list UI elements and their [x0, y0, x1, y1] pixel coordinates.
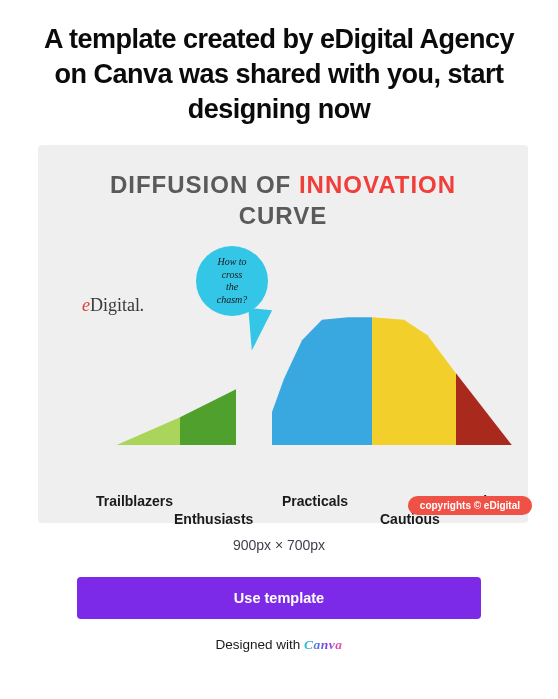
segment-practicals: [272, 317, 372, 445]
designed-with: Designed with Canva: [38, 637, 520, 653]
copyright-badge: copyrights © eDigital: [408, 496, 532, 515]
segment-trailblazers: [116, 417, 180, 445]
label-practicals: Practicals: [282, 493, 348, 509]
chart-title-accent: INNOVATION: [299, 171, 456, 198]
template-preview: DIFFUSION OF INNOVATION CURVE eDigital. …: [38, 145, 528, 523]
segment-enthusiasts: [180, 389, 236, 445]
brand-logo: eDigital.: [82, 295, 145, 316]
bubble-text: How to cross the chasm?: [217, 256, 248, 306]
brand-rest: Digital: [90, 295, 140, 315]
brand-prefix: e: [82, 295, 90, 315]
use-template-button[interactable]: Use template: [77, 577, 481, 619]
chart-title-part2: CURVE: [239, 202, 328, 229]
canva-logo: Canva: [304, 637, 343, 652]
speech-bubble: How to cross the chasm?: [196, 246, 268, 316]
segment-doubters: [456, 373, 512, 445]
page-title: A template created by eDigital Agency on…: [38, 22, 520, 127]
label-enthusiasts: Enthusiasts: [174, 511, 253, 527]
designed-prefix: Designed with: [215, 637, 304, 652]
template-dimensions: 900px × 700px: [38, 537, 520, 553]
segment-cautious: [372, 317, 456, 445]
adoption-curve: [98, 317, 484, 445]
chart-title-part1: DIFFUSION OF: [110, 171, 299, 198]
brand-dot: .: [140, 295, 145, 315]
label-trailblazers: Trailblazers: [96, 493, 173, 509]
chart-title: DIFFUSION OF INNOVATION CURVE: [68, 169, 498, 231]
